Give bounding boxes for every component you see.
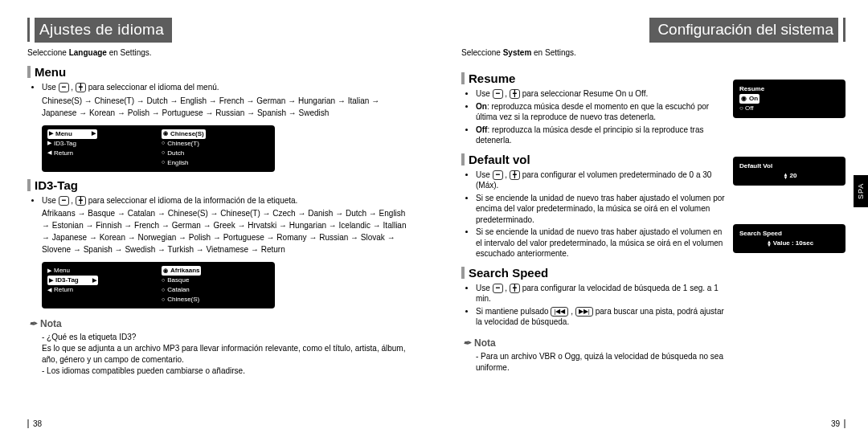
menu-body: Use ━ , ╋ para seleccionar el idioma del… [27, 82, 411, 93]
minus-button-icon: ━ [493, 89, 503, 99]
lcd-id3-left-col: ▶Menu ▶ID3-Tag ▶ ◀Return [47, 266, 155, 304]
lcd-item-selected: ◉On [739, 94, 760, 104]
id3-lang-list: Afrikaans → Basque → Catalan → Chinese(S… [27, 207, 411, 255]
resume-body: Use ━ , ╋ para seleccionar Resume On u O… [461, 88, 725, 146]
note-item: ¿Qué es la etiqueta ID3?Es lo que se adj… [42, 332, 411, 366]
lcd-title: Resume [739, 84, 839, 94]
minus-button-icon: ━ [59, 196, 69, 206]
page-left: Ajustes de idioma Seleccione Language en… [0, 0, 434, 433]
section-bar [27, 66, 31, 78]
right-main-col: Resume Use ━ , ╋ para seleccionar Resume… [461, 65, 725, 374]
minus-button-icon: ━ [493, 170, 503, 180]
instr-pre: Seleccione [27, 48, 69, 57]
resume-off: Off: reproduzca la música desde el princ… [476, 125, 725, 146]
lcd-item-selected: ◉Chinese(S) [162, 129, 206, 139]
note-body: ¿Qué es la etiqueta ID3?Es lo que se adj… [27, 332, 411, 377]
lcd-resume: Resume ◉On ○ Off [733, 80, 845, 118]
defvol-b1: Si se enciende la unidad de nuevo tras h… [476, 193, 725, 226]
lcd-item: ○Chinese(S) [162, 295, 269, 304]
lcd-item-selected: ◉Afrikaans [162, 266, 201, 276]
instr-bold: Language [69, 48, 107, 57]
section-resume-head: Resume [461, 71, 725, 85]
lcd-value: ▲▼20 [739, 171, 839, 181]
page-title: Configuración del sistema [649, 18, 838, 43]
lcd-defvol: Default Vol ▲▼20 [733, 157, 845, 186]
resume-use: Use ━ , ╋ para seleccionar Resume On u O… [476, 88, 725, 100]
lcd-item: ○English [162, 158, 269, 168]
lcd-search: Search Speed ▲▼Value : 10sec [733, 224, 845, 253]
instruction-line: Seleccione Language en Settings. [27, 48, 411, 57]
lcd-item: ◀Return [47, 149, 155, 158]
lcd-item: ○Chinese(T) [162, 139, 269, 149]
page-title: Ajustes de idioma [35, 18, 172, 43]
right-side-col: Resume ◉On ○ Off Default Vol ▲▼20 Search… [733, 65, 845, 374]
lcd-item: ○Dutch [162, 149, 269, 158]
title-bar-left: Ajustes de idioma [27, 18, 411, 42]
lcd-item: ○Basque [162, 276, 269, 285]
lcd-value: ▲▼Value : 10sec [739, 239, 839, 248]
page-number: 38 [27, 419, 42, 428]
search-use: Use ━ , ╋ para configurar la velocidad d… [476, 283, 725, 304]
lcd-title: Search Speed [739, 229, 839, 239]
lcd-item-selected: ▶Menu ▶ [47, 129, 97, 139]
rew-button-icon: |◀◀ [551, 307, 568, 317]
defvol-body: Use ━ , ╋ para configurar el volumen pre… [461, 170, 725, 259]
menu-use-line: Use ━ , ╋ para seleccionar el idioma del… [42, 82, 411, 93]
minus-button-icon: ━ [59, 83, 69, 92]
search-b1: Si mantiene pulsado |◀◀ , ▶▶| para busca… [476, 306, 725, 328]
title-pipe [843, 18, 845, 42]
section-defvol-head: Default vol [461, 153, 725, 166]
minus-button-icon: ━ [493, 284, 503, 293]
lcd-id3: ▶Menu ▶ID3-Tag ▶ ◀Return ◉Afrikaans ○Bas… [42, 262, 275, 308]
id3-body: Use ━ , ╋ para seleccionar el idioma de … [27, 195, 411, 206]
instr-post: en Settings. [107, 48, 152, 57]
resume-on: On: reproduzca música desde el momento e… [476, 101, 725, 123]
lcd-menu: ▶Menu ▶ ▶ID3-Tag ◀Return ◉Chinese(S) ○Ch… [42, 125, 275, 172]
note-item: Para un archivo VBR o Ogg, quizá la velo… [476, 351, 725, 374]
section-title: Menu [35, 65, 66, 79]
title-bar-right: Configuración del sistema [461, 18, 845, 42]
search-body: Use ━ , ╋ para configurar la velocidad d… [461, 283, 725, 328]
plus-button-icon: ╋ [76, 196, 86, 206]
side-tab: SPA [854, 175, 868, 207]
plus-button-icon: ╋ [510, 170, 520, 180]
lcd-title: Default Vol [739, 161, 839, 171]
section-menu-head: Menu [27, 65, 411, 79]
note-body: Para un archivo VBR o Ogg, quizá la velo… [461, 351, 725, 374]
section-id3-head: ID3-Tag [27, 178, 411, 192]
section-title: Search Speed [469, 266, 548, 280]
menu-lang-list: Chinese(S) → Chinese(T) → Dutch → Englis… [27, 95, 411, 119]
document-spread: Ajustes de idioma Seleccione Language en… [0, 0, 868, 433]
defvol-b2: Si se enciende la unidad de nuevo tras h… [476, 227, 725, 259]
section-title: Resume [469, 71, 515, 85]
ffwd-button-icon: ▶▶| [575, 307, 593, 317]
title-pipe [27, 18, 30, 42]
plus-button-icon: ╋ [510, 89, 520, 99]
plus-button-icon: ╋ [510, 284, 520, 293]
lcd-item: ▶ID3-Tag [47, 139, 155, 149]
instruction-line: Seleccione System en Settings. [461, 48, 845, 57]
page-number: 39 [831, 419, 845, 428]
section-title: ID3-Tag [35, 178, 78, 192]
lcd-id3-right-col: ◉Afrikaans ○Basque ○Catalan ○Chinese(S) [162, 266, 269, 304]
lcd-item: ◀Return [47, 285, 155, 295]
lcd-menu-left-col: ▶Menu ▶ ▶ID3-Tag ◀Return [47, 129, 155, 168]
right-columns: Resume Use ━ , ╋ para seleccionar Resume… [461, 65, 845, 374]
defvol-use: Use ━ , ╋ para configurar el volumen pre… [476, 170, 725, 191]
lcd-menu-right-col: ◉Chinese(S) ○Chinese(T) ○Dutch ○English [162, 129, 269, 168]
lcd-item: ○ Off [739, 104, 839, 113]
lcd-item: ▶Menu [47, 266, 155, 276]
lcd-item: ○Catalan [162, 285, 269, 295]
plus-button-icon: ╋ [76, 83, 86, 92]
page-right: Configuración del sistema Seleccione Sys… [434, 0, 868, 433]
lcd-item-selected: ▶ID3-Tag ▶ [47, 276, 98, 285]
note-item: Los idiomas compatibles pueden cambiarse… [42, 366, 411, 377]
note-heading: Nota [463, 337, 725, 349]
section-search-head: Search Speed [461, 266, 725, 280]
note-heading: Nota [29, 318, 411, 329]
section-title: Default vol [469, 153, 530, 166]
id3-use-line: Use ━ , ╋ para seleccionar el idioma de … [42, 195, 411, 206]
